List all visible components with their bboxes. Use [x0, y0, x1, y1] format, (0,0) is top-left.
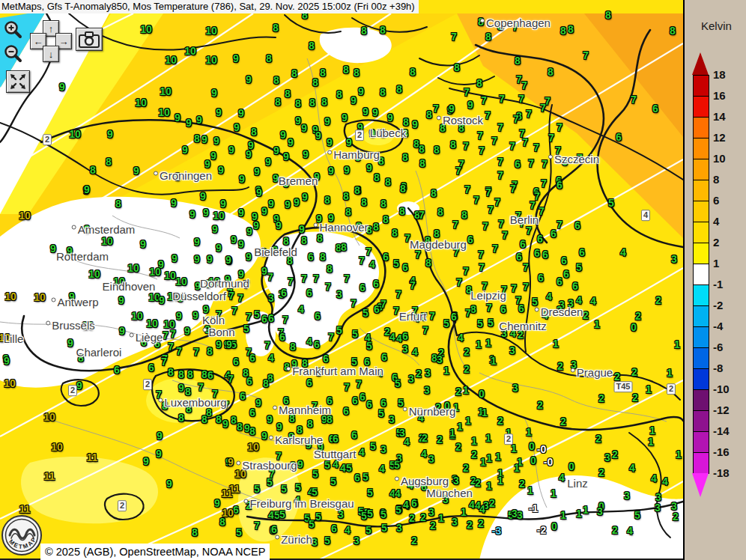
- legend-tick-label: 4: [713, 215, 719, 228]
- legend-segment: [694, 180, 709, 201]
- legend-segment: [694, 97, 709, 118]
- zoom-out-button[interactable]: [4, 44, 23, 64]
- legend-tick-label: -4: [713, 320, 723, 332]
- legend-tick-label: 8: [713, 173, 719, 186]
- legend-segment: [694, 348, 709, 369]
- screenshot-button[interactable]: [76, 28, 103, 51]
- fullscreen-icon: [9, 73, 27, 90]
- fullscreen-button[interactable]: [6, 70, 30, 93]
- metmaps-logo[interactable]: METMAPS: [1, 514, 44, 560]
- legend-color-bar: [693, 75, 709, 474]
- legend-sidebar: Kelvin 181614121086421-1-2-4-6-8-10-12-1…: [683, 0, 746, 560]
- zoom-out-icon: [4, 44, 23, 64]
- basemap-graphic: [0, 0, 683, 560]
- legend-segment: [694, 159, 709, 180]
- legend-segment: [694, 201, 709, 222]
- title-bar: MetMaps, Gfs T-Anomaly850, Mos Temperatu…: [0, 0, 419, 13]
- legend-title: Kelvin: [701, 19, 732, 32]
- legend-tick-label: -10: [713, 383, 730, 395]
- legend-tick-label: 14: [713, 110, 726, 123]
- legend-tick-label: -14: [713, 424, 730, 437]
- arrow-down-icon: ↓: [49, 49, 54, 59]
- legend-tick-label: 18: [713, 68, 726, 81]
- pan-down-button[interactable]: ↓: [43, 46, 59, 62]
- metmaps-app: { "title_bar": {"text": "MetMaps, Gfs T-…: [0, 0, 746, 560]
- legend-tick-label: -6: [713, 341, 723, 353]
- legend-segment: [694, 118, 709, 139]
- legend-tick-label: 16: [713, 89, 726, 102]
- arrow-up-icon: ↑: [49, 24, 54, 34]
- legend-tick-label: 10: [713, 152, 726, 165]
- attribution-bar[interactable]: © 2025 (AGB), OpenStreetMap, NOAA NCEP: [40, 544, 270, 560]
- legend-segment: [694, 432, 709, 453]
- legend-segment: [694, 390, 709, 411]
- camera-icon: [78, 31, 100, 49]
- legend-segment: [694, 453, 709, 473]
- legend-tick-label: 1: [713, 257, 719, 270]
- legend-segment: [694, 369, 709, 390]
- legend-cap-bottom: [692, 473, 709, 497]
- legend-segment: [694, 139, 709, 159]
- legend-tick-label: -16: [713, 445, 730, 458]
- legend-segment: [694, 243, 709, 264]
- zoom-in-button[interactable]: [4, 20, 23, 40]
- legend-cap-top: [692, 52, 709, 75]
- legend-segment: [694, 222, 709, 243]
- legend-segment: [694, 264, 709, 285]
- arrow-right-icon: →: [59, 37, 69, 46]
- legend-tick-label: 2: [713, 236, 719, 249]
- map-canvas[interactable]: 1010101010910910109999109899999988999888…: [0, 0, 683, 560]
- run-title: MetMaps, Gfs T-Anomaly850, Mos Temperatu…: [1, 1, 415, 12]
- legend-segment: [694, 285, 709, 306]
- legend-tick-label: -12: [713, 404, 730, 416]
- legend-tick-label: 6: [713, 194, 719, 207]
- arrow-left-icon: ←: [34, 37, 43, 46]
- legend-segment: [694, 411, 709, 432]
- legend-segment: [694, 306, 709, 327]
- legend-tick-label: -8: [713, 362, 723, 374]
- legend-tick-label: -2: [713, 299, 723, 311]
- zoom-in-icon: [4, 20, 23, 40]
- legend-segment: [694, 327, 709, 348]
- legend-tick-label: -1: [713, 278, 723, 290]
- legend-tick-label: 12: [713, 131, 726, 144]
- legend-tick-label: -18: [713, 466, 730, 479]
- legend-segment: [694, 76, 709, 97]
